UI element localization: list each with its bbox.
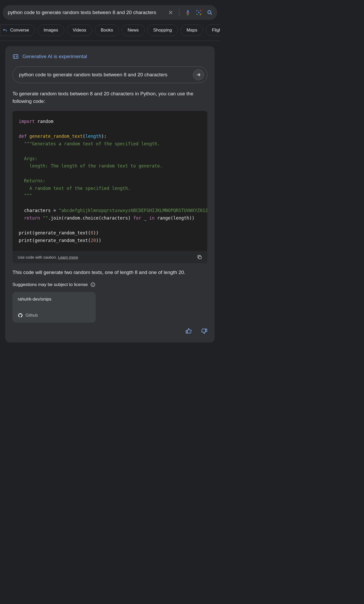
copy-icon[interactable] [197, 254, 202, 260]
chip-label: Converse [10, 28, 29, 33]
mic-icon[interactable] [185, 10, 191, 15]
filter-chips-row: Converse Images Videos Books News Shoppi… [0, 20, 220, 41]
github-icon [18, 313, 23, 318]
chip-label: News [127, 28, 139, 33]
suggestion-license-row: Suggestions may be subject to license [12, 282, 207, 287]
suggestion-label: Suggestions may be subject to license [12, 282, 88, 287]
clear-icon[interactable] [168, 10, 173, 15]
chip-label: Maps [187, 28, 197, 33]
ai-header: Generative AI is experimental [12, 53, 207, 60]
svg-rect-4 [13, 55, 18, 58]
source-footer: Github [18, 313, 91, 318]
generative-ai-card: Generative AI is experimental python cod… [5, 46, 215, 343]
ai-intro-text: To generate random texts between 8 and 2… [12, 90, 207, 105]
chip-books[interactable]: Books [95, 24, 119, 36]
source-card[interactable]: rahulrk-dev/snips Github [12, 292, 96, 323]
code-block-wrap: import random def generate_random_text(l… [12, 111, 207, 263]
chip-flights[interactable]: Flights [206, 24, 220, 36]
chip-label: Images [44, 28, 58, 33]
return-icon [3, 28, 8, 33]
chip-label: Flights [212, 28, 220, 33]
chip-label: Videos [73, 28, 86, 33]
ai-outro-text: This code will generate two random texts… [12, 269, 207, 276]
svg-rect-5 [199, 256, 201, 259]
code-block: import random def generate_random_text(l… [12, 111, 207, 251]
chip-images[interactable]: Images [38, 24, 64, 36]
chip-label: Books [101, 28, 113, 33]
svg-rect-0 [188, 14, 188, 15]
code-caution-bar: Use code with caution. Learn more [12, 251, 207, 263]
source-title: rahulrk-dev/snips [18, 297, 91, 302]
svg-rect-1 [187, 15, 189, 15]
chip-shopping[interactable]: Shopping [147, 24, 178, 36]
thumbs-down-button[interactable] [201, 328, 207, 335]
ai-header-text: Generative AI is experimental [22, 54, 87, 59]
thumbs-up-button[interactable] [186, 328, 192, 335]
chip-news[interactable]: News [122, 24, 145, 36]
chip-videos[interactable]: Videos [67, 24, 92, 36]
search-icon[interactable] [207, 10, 213, 15]
info-icon[interactable] [90, 282, 95, 287]
divider [179, 9, 179, 16]
svg-point-2 [198, 12, 200, 13]
ai-prompt-text: python code to generate random texts bet… [19, 72, 189, 78]
source-site: Github [25, 313, 38, 318]
search-actions [168, 9, 213, 16]
lens-icon[interactable] [196, 10, 202, 15]
chip-converse[interactable]: Converse [0, 24, 35, 36]
learn-more-link[interactable]: Learn more [58, 255, 78, 259]
caution-text: Use code with caution. Learn more [18, 255, 78, 259]
search-bar [3, 5, 217, 20]
ai-prompt-pill: python code to generate random texts bet… [12, 66, 207, 83]
search-input[interactable] [8, 10, 168, 15]
chip-label: Shopping [153, 28, 172, 33]
sparkle-code-icon [12, 53, 19, 60]
chip-maps[interactable]: Maps [181, 24, 203, 36]
feedback-row [12, 323, 207, 335]
submit-prompt-button[interactable] [193, 69, 204, 80]
